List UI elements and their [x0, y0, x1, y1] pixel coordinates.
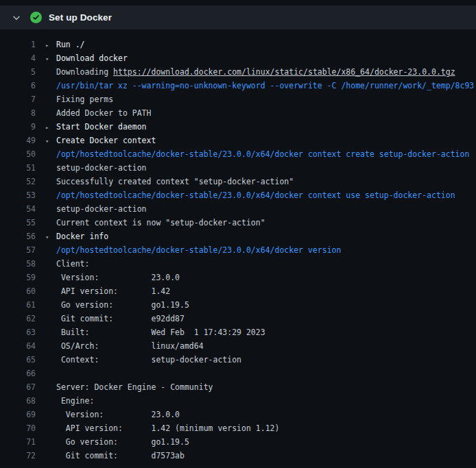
log-row: 60 API version: 1.42: [0, 284, 476, 298]
log-row: 62 Git commit: e92dd87: [0, 312, 476, 325]
line-number[interactable]: 4: [8, 51, 36, 65]
log-text: Client:: [45, 257, 89, 271]
log-text-segment: /opt/hostedtoolcache/docker-stable/23.0.…: [56, 245, 341, 255]
line-number[interactable]: 51: [8, 161, 36, 175]
log-row: 56▾Docker info: [0, 230, 476, 243]
log-text-segment: /opt/hostedtoolcache/docker-stable/23.0.…: [56, 149, 469, 159]
log-text: /usr/bin/tar xz --warning=no-unknown-key…: [45, 79, 474, 93]
log-text: API version: 1.42 (minimum version 1.12): [45, 421, 279, 435]
log-row: 72 Git commit: d7573ab: [0, 449, 476, 463]
line-number[interactable]: 61: [8, 298, 36, 312]
line-number[interactable]: 72: [8, 449, 36, 463]
line-number[interactable]: 70: [8, 421, 36, 435]
log-text-segment: /opt/hostedtoolcache/docker-stable/23.0.…: [56, 190, 455, 200]
line-number[interactable]: 1: [8, 38, 36, 51]
line-number[interactable]: 55: [8, 216, 36, 230]
chevron-right-icon[interactable]: ▸: [45, 121, 56, 134]
log-text: Version: 23.0.0: [45, 271, 180, 284]
log-text-segment: Downloading: [56, 67, 113, 77]
log-viewer: Set up Docker 1▸Run ./4▾Download docker5…: [0, 0, 476, 468]
log-text-segment: Added Docker to PATH: [56, 108, 151, 118]
log-text: /opt/hostedtoolcache/docker-stable/23.0.…: [45, 188, 455, 202]
line-number[interactable]: 63: [8, 325, 36, 339]
log-text: Context: setup-docker-action: [45, 353, 241, 367]
log-text-segment: Context: setup-docker-action: [56, 355, 241, 365]
line-number[interactable]: 9: [8, 120, 36, 134]
chevron-down-icon[interactable]: ▾: [45, 230, 56, 243]
log-text: Added Docker to PATH: [45, 106, 151, 120]
line-number[interactable]: 6: [8, 79, 36, 93]
log-row: 55Current context is now "setup-docker-a…: [0, 216, 476, 230]
log-text: Built: Wed Feb 1 17:43:29 2023: [45, 325, 265, 339]
chevron-down-icon[interactable]: ▾: [45, 52, 56, 65]
line-number[interactable]: 62: [8, 312, 36, 325]
log-link[interactable]: https://download.docker.com/linux/static…: [113, 67, 455, 77]
log-row: 51setup-docker-action: [0, 161, 476, 175]
log-text-segment: Go version: go1.19.5: [56, 437, 189, 447]
line-number[interactable]: 57: [8, 243, 36, 257]
line-number[interactable]: 52: [8, 175, 36, 188]
log-row: 8Added Docker to PATH: [0, 106, 476, 120]
log-text: setup-docker-action: [45, 202, 147, 216]
line-number[interactable]: 53: [8, 188, 36, 202]
line-number[interactable]: 8: [8, 106, 36, 120]
line-number[interactable]: 50: [8, 147, 36, 161]
step-header[interactable]: Set up Docker: [0, 5, 476, 29]
log-text: Go version: go1.19.5: [45, 435, 189, 449]
log-text: ▸Run ./: [45, 38, 85, 51]
line-number[interactable]: 5: [8, 65, 36, 79]
log-row: 7Fixing perms: [0, 93, 476, 106]
log-row: 58Client:: [0, 257, 476, 271]
log-text-segment: Current context is now "setup-docker-act…: [56, 218, 265, 227]
line-number[interactable]: 7: [8, 93, 36, 106]
log-text: OS/Arch: linux/amd64: [45, 339, 204, 353]
log-text-segment: Download docker: [56, 53, 128, 63]
line-number[interactable]: 65: [8, 353, 36, 367]
log-text-segment: Built: Wed Feb 1 17:43:29 2023: [56, 328, 265, 337]
log-text: API version: 1.42: [45, 284, 170, 298]
line-number[interactable]: 71: [8, 435, 36, 449]
log-text-segment: Go version: go1.19.5: [56, 300, 189, 310]
log-text: Git commit: e92dd87: [45, 312, 185, 325]
log-text-segment: Client:: [56, 259, 89, 269]
log-text-segment: Version: 23.0.0: [56, 410, 180, 419]
step-title: Set up Docker: [49, 12, 112, 23]
log-text-segment: Version: 23.0.0: [56, 273, 180, 282]
chevron-down-icon[interactable]: [11, 12, 22, 23]
log-text-segment: Successfully created context "setup-dock…: [56, 177, 294, 186]
line-number[interactable]: 68: [8, 394, 36, 408]
line-number[interactable]: 69: [8, 408, 36, 421]
log-row: 65 Context: setup-docker-action: [0, 353, 476, 367]
line-number[interactable]: 66: [8, 367, 36, 380]
log-text-segment: Docker info: [56, 232, 108, 241]
chevron-right-icon[interactable]: ▸: [45, 38, 56, 51]
log-text: /opt/hostedtoolcache/docker-stable/23.0.…: [45, 147, 469, 161]
line-number[interactable]: 56: [8, 230, 36, 243]
line-number[interactable]: 67: [8, 380, 36, 394]
log-text-segment: setup-docker-action: [56, 163, 147, 173]
log-row: 59 Version: 23.0.0: [0, 271, 476, 284]
line-number[interactable]: 60: [8, 284, 36, 298]
line-number[interactable]: 49: [8, 134, 36, 147]
log-text-segment: Git commit: e92dd87: [56, 314, 185, 323]
log-text-segment: API version: 1.42 (minimum version 1.12): [56, 423, 279, 433]
log-row: 70 API version: 1.42 (minimum version 1.…: [0, 421, 476, 435]
log-row: 66: [0, 367, 476, 380]
log-row: 57/opt/hostedtoolcache/docker-stable/23.…: [0, 243, 476, 257]
log-row: 64 OS/Arch: linux/amd64: [0, 339, 476, 353]
line-number[interactable]: 58: [8, 257, 36, 271]
log-row: 53/opt/hostedtoolcache/docker-stable/23.…: [0, 188, 476, 202]
chevron-down-icon[interactable]: ▾: [45, 134, 56, 147]
log-text: /opt/hostedtoolcache/docker-stable/23.0.…: [45, 243, 341, 257]
log-text: ▾Docker info: [45, 230, 108, 243]
log-text: ▾Create Docker context: [45, 134, 156, 147]
log-row: 49▾Create Docker context: [0, 134, 476, 147]
log-text-segment: Run ./: [56, 40, 85, 49]
log-text-segment: Create Docker context: [56, 136, 156, 145]
log-text: Go version: go1.19.5: [45, 298, 189, 312]
line-number[interactable]: 59: [8, 271, 36, 284]
log-row: 63 Built: Wed Feb 1 17:43:29 2023: [0, 325, 476, 339]
line-number[interactable]: 54: [8, 202, 36, 216]
line-number[interactable]: 64: [8, 339, 36, 353]
log-text: setup-docker-action: [45, 161, 147, 175]
